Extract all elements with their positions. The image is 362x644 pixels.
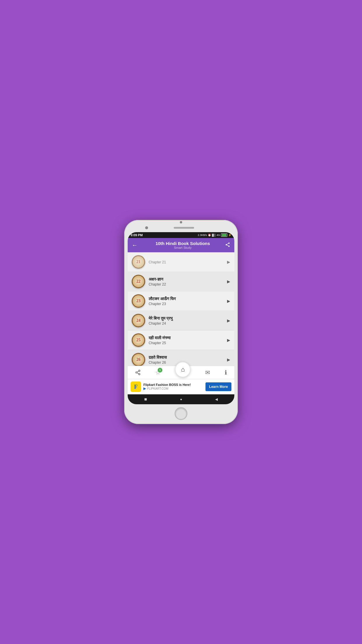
share-icon[interactable]	[225, 242, 230, 249]
chevron-right-icon: ▶	[227, 260, 230, 264]
list-item[interactable]: 23 लौटकर आऊँग फिर Chapter 23 ▶	[128, 291, 234, 311]
svg-line-9	[137, 371, 139, 372]
chapter-info: दही वाली मंगम्मा Chapter 25	[149, 335, 227, 345]
info-icon: ℹ	[225, 369, 227, 376]
ad-banner: F Flipkart Fashion BOSS is Here! ▶ FLIPK…	[128, 379, 234, 394]
favorites-badge: 5	[158, 368, 162, 372]
chapter-title: मेरे बिना तुम प्रभु	[149, 316, 227, 321]
svg-point-2	[228, 246, 230, 247]
chapter-badge: 26	[132, 353, 145, 366]
list-item[interactable]: 21 Chapter 21 ▶	[128, 252, 234, 272]
svg-line-8	[137, 373, 139, 374]
phone-speaker	[174, 227, 194, 229]
chapter-sub: Chapter 24	[149, 321, 227, 326]
chapter-badge: 25	[132, 333, 145, 347]
chapter-sub: Chapter 21	[149, 260, 227, 264]
chapter-title: अक्षर-ज्ञान	[149, 277, 227, 282]
list-item[interactable]: 22 अक्षर-ज्ञान Chapter 22 ▶	[128, 272, 234, 291]
chapter-info: अक्षर-ज्ञान Chapter 22	[149, 277, 227, 286]
chapter-list: 21 Chapter 21 ▶ 22 अक्षर-ज्ञान Chapter 2…	[128, 252, 234, 366]
svg-point-0	[228, 242, 230, 244]
nav-share-button[interactable]	[135, 370, 141, 375]
svg-point-6	[136, 372, 137, 373]
chapter-badge: 23	[132, 294, 145, 308]
app-subtitle: Smart Study	[140, 246, 225, 249]
ad-domain: FLIPKART.COM	[147, 387, 168, 390]
physical-home-button[interactable]	[175, 407, 187, 420]
svg-point-7	[139, 373, 140, 375]
nav-favorites-button[interactable]: ☆ 5	[155, 369, 161, 376]
charge-icon: ⚡	[228, 234, 231, 237]
chevron-right-icon: ▶	[227, 338, 230, 342]
network-speed: 2.3KB/s	[198, 234, 207, 237]
svg-point-5	[139, 370, 140, 372]
chevron-right-icon: ▶	[227, 318, 230, 323]
chapter-title: दही वाली मंगम्मा	[149, 335, 227, 340]
learn-more-button[interactable]: Learn More	[205, 382, 231, 391]
mail-icon: ✉	[205, 369, 210, 376]
phone-screen: 9:09 PM 2.3KB/s ⏰ ▓▒ 4G ⚡ ← 10th Hindi B…	[128, 232, 234, 404]
nav-info-button[interactable]: ℹ	[225, 369, 227, 376]
app-title: 10th Hindi Book Solutions	[140, 241, 225, 246]
chapter-info: मेरे बिना तुम प्रभु Chapter 24	[149, 316, 227, 326]
chevron-right-icon: ▶	[227, 299, 230, 303]
battery-icon	[221, 233, 227, 237]
chapter-badge: 21	[132, 255, 145, 269]
bottom-nav: ☆ 5 ⌂ ✉ ℹ	[128, 366, 234, 379]
nav-mail-button[interactable]: ✉	[205, 369, 210, 376]
chapter-sub: Chapter 23	[149, 302, 227, 306]
nav-home-button[interactable]: ⌂	[175, 362, 190, 377]
ad-text: Flipkart Fashion BOSS is Here! ▶ FLIPKAR…	[143, 383, 205, 391]
chapter-title: लौटकर आऊँग फिर	[149, 296, 227, 301]
signal-icon: ▓▒	[212, 234, 216, 237]
phone-home-button-area	[128, 404, 234, 422]
svg-line-4	[227, 243, 228, 244]
list-item[interactable]: 25 दही वाली मंगम्मा Chapter 25 ▶	[128, 330, 234, 350]
svg-point-1	[226, 244, 227, 245]
chevron-right-icon: ▶	[227, 279, 230, 284]
chapter-sub: Chapter 25	[149, 341, 227, 345]
android-nav: ■ ● ◀	[128, 394, 234, 404]
status-bar: 9:09 PM 2.3KB/s ⏰ ▓▒ 4G ⚡	[128, 232, 234, 238]
list-item[interactable]: 24 मेरे बिना तुम प्रभु Chapter 24 ▶	[128, 311, 234, 330]
chapter-info: ढहते विश्वास Chapter 26	[149, 355, 227, 365]
play-icon: ▶	[143, 386, 146, 391]
android-back-button[interactable]: ◀	[215, 397, 218, 401]
android-recents-button[interactable]: ■	[144, 397, 147, 402]
app-header: ← 10th Hindi Book Solutions Smart Study	[128, 238, 234, 252]
phone-camera-area	[128, 223, 234, 232]
chevron-right-icon: ▶	[227, 357, 230, 362]
ad-logo: F	[131, 382, 141, 392]
back-button[interactable]: ←	[132, 242, 138, 249]
chapter-badge: 24	[132, 314, 145, 327]
chapter-sub: Chapter 22	[149, 282, 227, 286]
chapter-badge: 22	[132, 275, 145, 288]
flipkart-logo: F	[134, 384, 138, 390]
ad-title: Flipkart Fashion BOSS is Here!	[143, 383, 205, 386]
status-icons: 2.3KB/s ⏰ ▓▒ 4G ⚡	[198, 233, 231, 237]
alarm-icon: ⏰	[208, 234, 211, 237]
chapter-title: ढहते विश्वास	[149, 355, 227, 360]
wifi-icon: 4G	[217, 234, 220, 237]
home-icon: ⌂	[181, 366, 185, 373]
android-home-button[interactable]: ●	[180, 397, 182, 401]
battery-fill	[222, 234, 226, 236]
phone-camera	[145, 226, 148, 229]
svg-line-3	[227, 245, 228, 246]
phone-frame: 9:09 PM 2.3KB/s ⏰ ▓▒ 4G ⚡ ← 10th Hindi B…	[124, 220, 238, 424]
header-title-group: 10th Hindi Book Solutions Smart Study	[140, 241, 225, 249]
phone-top-sensor	[180, 221, 182, 223]
status-time: 9:09 PM	[131, 233, 143, 237]
chapter-info: लौटकर आऊँग फिर Chapter 23	[149, 296, 227, 306]
chapter-info: Chapter 21	[149, 260, 227, 264]
